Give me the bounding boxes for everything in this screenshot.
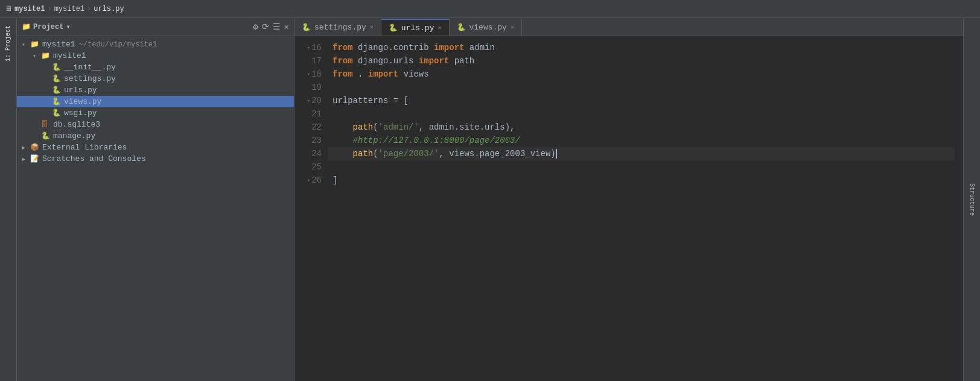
tree-icon-settings-py: 🐍 xyxy=(52,74,63,83)
tree-label-scratches: Scratches and Consoles xyxy=(42,154,146,163)
line-num-26: ▾26 xyxy=(294,174,328,187)
panel-actions: ⚙ ⟳ ☰ ✕ xyxy=(253,22,289,32)
code-line-22[interactable]: path('admin/', admin.site.urls), xyxy=(328,121,955,134)
code-line-20[interactable]: urlpatterns = [ xyxy=(328,94,955,107)
panel-dropdown-btn[interactable]: ▾ xyxy=(66,22,70,31)
tab-close-views[interactable]: ✕ xyxy=(511,24,514,31)
code-token: path xyxy=(353,149,374,159)
tree-arrow-ext-libs[interactable]: ▶ xyxy=(22,144,30,151)
tree-item-mysite1-pkg[interactable]: ▾ 📁 mysite1 xyxy=(17,50,294,61)
tree-item-db-sqlite3[interactable]: 🗄 db.sqlite3 xyxy=(17,119,294,130)
breadcrumb-mid[interactable]: mysite1 xyxy=(54,5,84,13)
breadcrumb: 🖥 mysite1 › mysite1 › urls.py xyxy=(5,4,124,13)
tree-item-scratches[interactable]: ▶ 📝 Scratches and Consoles xyxy=(17,153,294,165)
line-num-22: 22 xyxy=(294,121,328,134)
code-token: views xyxy=(398,69,428,79)
tab-close-settings[interactable]: ✕ xyxy=(370,24,374,31)
tree-label-init-py: __init__.py xyxy=(64,63,116,72)
code-line-19[interactable] xyxy=(328,81,955,94)
line-number-text-'+line.num+': 21 xyxy=(311,109,322,119)
tree-icon-urls-py: 🐍 xyxy=(52,86,63,95)
line-number-text-'+line.num+': 23 xyxy=(311,136,322,145)
code-token: , views.page_2003_view) xyxy=(439,149,556,159)
tree-arrow-scratches[interactable]: ▶ xyxy=(22,156,30,163)
code-editor[interactable]: ▾1617▾1819▾202122232425▾26 from django.c… xyxy=(294,36,963,381)
code-token: 'page/2003/' xyxy=(378,149,439,159)
fold-arrow-18[interactable]: ▾ xyxy=(303,71,310,78)
code-token: from xyxy=(332,69,353,79)
line-num-18: ▾18 xyxy=(294,68,328,81)
tab-views[interactable]: 🐍views.py✕ xyxy=(450,19,522,36)
code-token xyxy=(332,136,353,145)
fold-arrow-26[interactable]: ▾ xyxy=(303,177,310,184)
title-bar: 🖥 mysite1 › mysite1 › urls.py xyxy=(0,0,980,18)
code-line-24[interactable]: path('page/2003/', views.page_2003_view) xyxy=(328,147,955,160)
line-number-text-'+line.num+': 22 xyxy=(311,122,322,132)
tree-label-db-sqlite3: db.sqlite3 xyxy=(53,120,100,129)
tree-icon-init-py: 🐍 xyxy=(52,63,63,72)
tree-item-manage-py[interactable]: 🐍 manage.py xyxy=(17,130,294,142)
code-line-25[interactable] xyxy=(328,160,955,174)
code-token: import xyxy=(368,69,398,79)
line-num-25: 25 xyxy=(294,160,328,174)
tree-icon-mysite1-root: 📁 xyxy=(30,40,41,49)
code-token xyxy=(332,149,353,159)
sidebar-tab-project[interactable]: 1: Project xyxy=(5,25,11,61)
tree-item-ext-libs[interactable]: ▶ 📦 External Libraries xyxy=(17,142,294,153)
code-content[interactable]: from django.contrib import adminfrom dja… xyxy=(328,36,955,381)
line-num-19: 19 xyxy=(294,81,328,94)
tree-item-wsgi-py[interactable]: 🐍 wsgi.py xyxy=(17,107,294,119)
tree-label-wsgi-py: wsgi.py xyxy=(64,109,97,118)
line-number-text-'+line.num+': 26 xyxy=(311,175,322,185)
tab-settings[interactable]: 🐍settings.py✕ xyxy=(294,19,381,36)
tree-item-init-py[interactable]: 🐍 __init__.py xyxy=(17,61,294,73)
code-line-17[interactable]: from django.urls import path xyxy=(328,54,955,68)
code-token: import xyxy=(434,43,464,52)
line-number-text-'+line.num+': 25 xyxy=(311,162,322,172)
sync-icon[interactable]: ⟳ xyxy=(262,22,269,32)
panel-title: 📁 Project ▾ xyxy=(22,22,71,31)
tree-item-settings-py[interactable]: 🐍 settings.py xyxy=(17,73,294,84)
tree-item-urls-py[interactable]: 🐍 urls.py xyxy=(17,84,294,96)
line-number-text-'+line.num+': 18 xyxy=(311,69,322,79)
settings-gear-icon[interactable]: ⚙ xyxy=(253,22,258,32)
breadcrumb-root[interactable]: mysite1 xyxy=(14,5,45,13)
line-number-text-'+line.num+': 16 xyxy=(311,43,322,52)
code-line-21[interactable] xyxy=(328,107,955,121)
line-num-20: ▾20 xyxy=(294,94,328,107)
project-panel: 📁 Project ▾ ⚙ ⟳ ☰ ✕ ▾ 📁 mysite1 ~/tedu/v… xyxy=(17,18,294,381)
code-line-26[interactable]: ] xyxy=(328,174,955,187)
tab-close-urls[interactable]: ✕ xyxy=(438,24,441,31)
tree-arrow-mysite1-root[interactable]: ▾ xyxy=(22,41,30,48)
code-token: path xyxy=(353,122,374,132)
fold-arrow-16[interactable]: ▾ xyxy=(303,45,310,51)
tree-label-urls-py: urls.py xyxy=(64,86,97,95)
code-line-16[interactable]: from django.contrib import admin xyxy=(328,41,955,54)
sidebar-tab-structure[interactable]: Structure xyxy=(969,183,975,216)
code-token: django.contrib xyxy=(353,43,434,52)
tab-icon-urls: 🐍 xyxy=(389,24,398,33)
tree-icon-ext-libs: 📦 xyxy=(30,143,41,152)
folder-icon: 📁 xyxy=(22,22,31,31)
code-token: ( xyxy=(373,122,378,132)
tree-label-views-py: views.py xyxy=(64,97,101,106)
code-token: 'admin/' xyxy=(378,122,419,132)
code-line-18[interactable]: from . import views xyxy=(328,68,955,81)
tree-label-ext-libs: External Libraries xyxy=(42,143,127,152)
code-token: urlpatterns = [ xyxy=(332,96,409,105)
fold-arrow-20[interactable]: ▾ xyxy=(303,98,310,104)
code-token: #http://127.0.0.1:8000/page/2003/ xyxy=(353,136,520,145)
code-line-23[interactable]: #http://127.0.0.1:8000/page/2003/ xyxy=(328,134,955,147)
tab-icon-views: 🐍 xyxy=(457,23,466,32)
tree-arrow-mysite1-pkg[interactable]: ▾ xyxy=(33,52,41,60)
tree-hint-mysite1-root: ~/tedu/vip/mysite1 xyxy=(79,40,158,49)
editor-area: 🐍settings.py✕🐍urls.py✕🐍views.py✕ ▾1617▾1… xyxy=(294,18,963,381)
structure-strip: Structure xyxy=(963,18,980,381)
gear-icon[interactable]: ☰ xyxy=(273,22,281,32)
tree-item-views-py[interactable]: 🐍 views.py xyxy=(17,96,294,107)
tree-item-mysite1-root[interactable]: ▾ 📁 mysite1 ~/tedu/vip/mysite1 xyxy=(17,39,294,50)
close-panel-icon[interactable]: ✕ xyxy=(284,22,289,32)
tab-urls[interactable]: 🐍urls.py✕ xyxy=(381,19,450,36)
file-tree: ▾ 📁 mysite1 ~/tedu/vip/mysite1 ▾ 📁 mysit… xyxy=(17,36,294,381)
panel-header: 📁 Project ▾ ⚙ ⟳ ☰ ✕ xyxy=(17,18,294,36)
